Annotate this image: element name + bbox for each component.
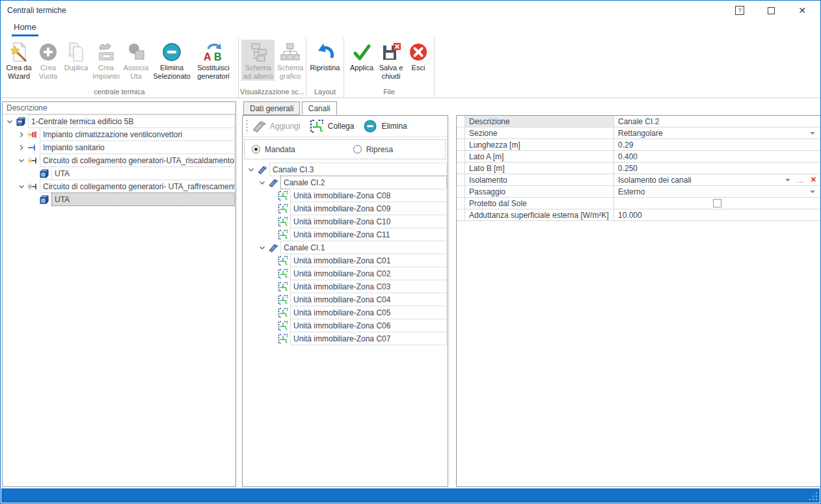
tree-item-circuito-raffrescamento[interactable]: Circuito di collegamento generatori- UTA… <box>3 179 236 193</box>
unita-row[interactable]: Unità immobiliare-Zona C04 <box>243 293 448 306</box>
tree-item-label: Circuito di collegamento generatori- UTA… <box>40 179 235 193</box>
property-label: Protetto dal Sole <box>465 198 614 209</box>
collega-button[interactable]: Collega <box>310 119 355 133</box>
unita-row[interactable]: Unità immobiliare-Zona C05 <box>243 306 448 319</box>
property-row-protetto-dal-sole[interactable]: Protetto dal Sole <box>457 198 820 209</box>
unita-immobiliare-icon <box>278 308 288 318</box>
protetto-dal-sole-checkbox[interactable] <box>713 199 721 207</box>
clear-button[interactable]: ✕ <box>811 176 816 184</box>
tree-item-label: 1-Centrale termica edificio 5B <box>28 114 235 128</box>
tab-canali[interactable]: Canali <box>302 101 337 115</box>
schema-ad-albero-button[interactable]: Schema ad albero <box>241 40 275 81</box>
tree-item-uta-riscaldamento[interactable]: UTA <box>3 166 236 180</box>
property-row-adduttanza[interactable]: Adduttanza superficiale esterna [W/m²K] … <box>457 209 820 221</box>
property-row-passaggio[interactable]: Passaggio Esterno <box>457 186 820 198</box>
tree-item-impianto-clima[interactable]: Impianto climatizzazione ventilconvettor… <box>3 127 236 141</box>
group-label-file: File <box>344 88 434 96</box>
chevron-right-icon[interactable] <box>17 130 26 139</box>
mandata-radio[interactable] <box>252 145 260 153</box>
crea-impianto-label: Crea Impianto <box>90 64 122 81</box>
property-value[interactable]: 0.250 <box>614 163 820 174</box>
chevron-down-icon[interactable] <box>5 117 14 126</box>
property-value[interactable]: Canale CI.2 <box>614 116 820 127</box>
unita-row[interactable]: Unità immobiliare-Zona C03 <box>243 280 448 293</box>
property-row-lato-a[interactable]: Lato A [m] 0.400 <box>457 151 820 163</box>
property-row-sezione[interactable]: Sezione Rettangolare <box>457 127 820 139</box>
elimina-selezionato-label: Elimina Selezionato <box>150 64 193 81</box>
resize-grip[interactable] <box>807 490 818 501</box>
uta-icon <box>39 194 49 205</box>
property-value-dropdown[interactable]: Rettangolare <box>614 127 820 139</box>
property-value[interactable]: 10.000 <box>614 209 820 220</box>
unita-row[interactable]: Unità immobiliare-Zona C09 <box>243 202 448 215</box>
help-button[interactable]: ? <box>735 6 744 15</box>
tree-column-header[interactable]: Descrizione <box>3 102 236 114</box>
ripristina-label: Ripristina <box>310 64 340 72</box>
toolbar-grip[interactable] <box>246 119 248 133</box>
dropdown-arrow-icon[interactable] <box>810 191 815 193</box>
crea-da-wizard-button[interactable]: Crea da Wizard <box>3 40 34 81</box>
chevron-down-icon[interactable] <box>17 156 26 165</box>
tab-home[interactable]: Home <box>12 20 38 36</box>
ribbon-group-file: Applica Salva e chiudi Esci File <box>344 38 435 98</box>
canale-icon <box>268 178 278 188</box>
property-value-dropdown[interactable]: Esterno <box>614 186 820 197</box>
duplica-button[interactable]: Duplica <box>62 40 90 81</box>
ellipsis-button[interactable]: … <box>797 178 804 183</box>
aggiungi-button[interactable]: Aggiungi <box>252 119 301 133</box>
property-row-descrizione[interactable]: Descrizione Canale CI.2 <box>457 116 820 127</box>
crea-vuota-button[interactable]: Crea Vuota <box>34 40 62 81</box>
schema-grafico-label: Schema grafico <box>275 64 306 81</box>
schema-grafico-button[interactable]: Schema grafico <box>275 40 306 81</box>
chevron-down-icon[interactable] <box>258 178 267 187</box>
unita-immobiliare-icon <box>278 282 288 292</box>
associa-uta-button[interactable]: Associa Uta <box>122 40 150 81</box>
status-bar <box>1 488 820 503</box>
unita-row[interactable]: Unità immobiliare-Zona C08 <box>243 189 448 202</box>
tree-item-circuito-riscaldamento[interactable]: Circuito di collegamento generatori-UTA_… <box>3 153 236 167</box>
row-indicator <box>457 174 465 185</box>
property-row-lato-b[interactable]: Lato B [m] 0.250 <box>457 163 820 174</box>
tree-item-uta-raffrescamento-selected[interactable]: UTA <box>3 192 236 206</box>
canale-ci2-row-selected[interactable]: Canale CI.2 <box>243 176 448 189</box>
tree-item-centrale[interactable]: 1-Centrale termica edificio 5B <box>3 114 236 128</box>
unita-row[interactable]: Unità immobiliare-Zona C06 <box>243 319 448 332</box>
canale-ci3-row[interactable]: Canale CI.3 <box>243 163 448 176</box>
row-indicator <box>457 151 465 162</box>
unita-row[interactable]: Unità immobiliare-Zona C10 <box>243 215 448 228</box>
chevron-down-icon[interactable] <box>17 182 26 191</box>
dropdown-arrow-icon[interactable] <box>785 179 790 181</box>
unita-row[interactable]: Unità immobiliare-Zona C07 <box>243 332 448 345</box>
esci-button[interactable]: Esci <box>407 40 430 81</box>
maximize-button[interactable] <box>768 7 775 14</box>
unita-row[interactable]: Unità immobiliare-Zona C01 <box>243 254 448 267</box>
close-button[interactable]: ✕ <box>798 6 806 15</box>
salva-e-chiudi-button[interactable]: Salva e chiudi <box>375 40 407 81</box>
window-title: Centrali termiche <box>7 6 66 15</box>
property-row-isolamento[interactable]: Isolamento Isolamento dei canali … ✕ <box>457 174 820 186</box>
property-value[interactable]: 0.400 <box>614 151 820 162</box>
chevron-down-icon[interactable] <box>258 243 267 252</box>
chevron-down-icon[interactable] <box>247 165 256 174</box>
group-label-visualizzazione: Visualizzazione sc... <box>239 88 306 96</box>
tree-item-impianto-sanitario[interactable]: Impianto sanitario <box>3 140 236 154</box>
property-value[interactable]: 0.29 <box>614 139 820 150</box>
ripresa-radio[interactable] <box>353 145 362 153</box>
chevron-right-icon[interactable] <box>17 143 26 152</box>
property-value-editor[interactable]: Isolamento dei canali … ✕ <box>614 174 820 185</box>
property-row-lunghezza[interactable]: Lunghezza [m] 0.29 <box>457 139 820 151</box>
applica-button[interactable]: Applica <box>348 40 375 81</box>
elimina-button[interactable]: Elimina <box>363 119 407 133</box>
unita-row[interactable]: Unità immobiliare-Zona C02 <box>243 267 448 280</box>
property-label: Sezione <box>465 127 614 139</box>
ripristina-button[interactable]: Ripristina <box>308 40 343 72</box>
row-indicator <box>457 209 465 220</box>
crea-impianto-button[interactable]: Crea Impianto <box>90 40 122 81</box>
unita-row[interactable]: Unità immobiliare-Zona C11 <box>243 228 448 241</box>
tab-dati-generali[interactable]: Dati generali <box>243 101 300 115</box>
dropdown-arrow-icon[interactable] <box>810 132 815 135</box>
minus-circle-icon <box>161 42 182 62</box>
canale-ci1-row[interactable]: Canale CI.1 <box>243 241 448 254</box>
elimina-selezionato-button[interactable]: Elimina Selezionato <box>150 40 193 81</box>
sostituisci-generatori-button[interactable]: Sostituisci generatori <box>193 40 234 81</box>
